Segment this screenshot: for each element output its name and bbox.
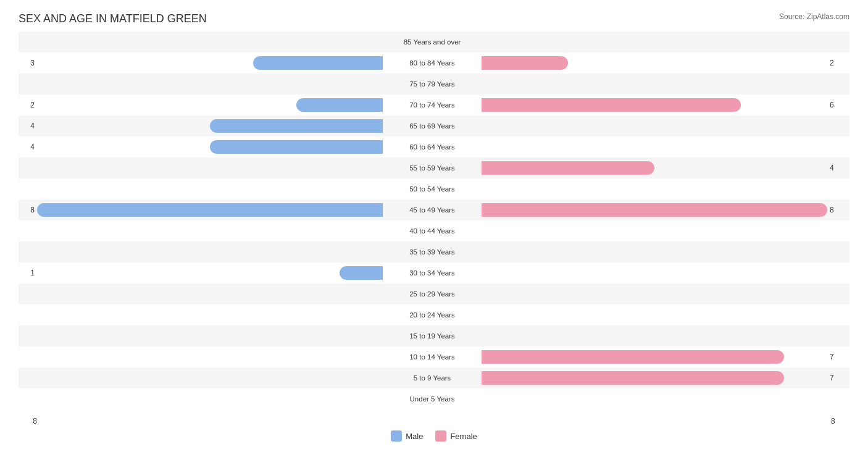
- age-label: 40 to 44 Years: [383, 227, 482, 235]
- right-bar-container: [482, 161, 827, 175]
- right-bar-container: [482, 203, 827, 217]
- table-row: 25 to 29 Years: [19, 283, 849, 304]
- chart-container: SEX AND AGE IN MATFIELD GREEN Source: Zi…: [0, 0, 868, 457]
- legend-male-box: [391, 430, 402, 442]
- right-bar-container: [482, 371, 827, 385]
- axis-right-label: 8: [831, 417, 849, 426]
- female-bar: [482, 371, 784, 385]
- left-bar-container: [37, 266, 383, 280]
- male-value: 2: [19, 101, 37, 109]
- age-label: 30 to 34 Years: [383, 269, 482, 277]
- left-bar-container: [37, 203, 383, 217]
- age-label: 60 to 64 Years: [383, 143, 482, 151]
- right-bar-container: [482, 329, 827, 343]
- table-row: 4 60 to 64 Years: [19, 136, 849, 157]
- male-bar: [37, 203, 383, 217]
- legend-female-label: Female: [450, 432, 477, 441]
- right-bar-container: [482, 35, 827, 49]
- female-bar: [482, 203, 827, 217]
- chart-area: 85 Years and over 3 80 to 84 Years 2 75 …: [19, 31, 849, 414]
- left-bar-container: [37, 35, 383, 49]
- female-value: 2: [827, 59, 846, 67]
- right-bar-container: [482, 140, 827, 154]
- table-row: 4 65 to 69 Years: [19, 115, 849, 136]
- male-value: 4: [19, 143, 37, 151]
- male-value: 4: [19, 122, 37, 130]
- right-bar-container: [482, 56, 827, 70]
- left-bar-container: [37, 140, 383, 154]
- female-value: 7: [827, 353, 846, 361]
- chart-title: SEX AND AGE IN MATFIELD GREEN: [19, 12, 849, 25]
- left-bar-container: [37, 161, 383, 175]
- axis-left-label: 8: [19, 417, 37, 426]
- table-row: 8 45 to 49 Years 8: [19, 199, 849, 220]
- right-bar-container: [482, 77, 827, 91]
- left-bar-container: [37, 98, 383, 112]
- table-row: 15 to 19 Years: [19, 325, 849, 346]
- table-row: 1 30 to 34 Years: [19, 262, 849, 283]
- right-bar-container: [482, 182, 827, 196]
- female-value: 7: [827, 374, 846, 382]
- table-row: 35 to 39 Years: [19, 241, 849, 262]
- left-bar-container: [37, 371, 383, 385]
- left-bar-container: [37, 308, 383, 322]
- male-bar: [210, 119, 383, 133]
- right-bar-container: [482, 308, 827, 322]
- male-bar: [210, 140, 383, 154]
- right-bar-container: [482, 287, 827, 301]
- legend: Male Female: [19, 430, 849, 442]
- age-label: 10 to 14 Years: [383, 353, 482, 361]
- female-bar: [482, 56, 568, 70]
- age-label: 5 to 9 Years: [383, 374, 482, 382]
- age-label: Under 5 Years: [383, 395, 482, 403]
- table-row: 85 Years and over: [19, 31, 849, 52]
- female-bar: [482, 161, 654, 175]
- age-label: 55 to 59 Years: [383, 164, 482, 172]
- age-label: 85 Years and over: [383, 38, 482, 46]
- table-row: 75 to 79 Years: [19, 73, 849, 94]
- age-label: 35 to 39 Years: [383, 248, 482, 256]
- table-row: Under 5 Years: [19, 388, 849, 409]
- right-bar-container: [482, 350, 827, 364]
- male-bar: [296, 98, 383, 112]
- legend-male: Male: [391, 430, 423, 442]
- left-bar-container: [37, 350, 383, 364]
- chart-source: Source: ZipAtlas.com: [779, 12, 849, 21]
- female-bar: [482, 98, 741, 112]
- legend-male-label: Male: [406, 432, 423, 441]
- right-bar-container: [482, 224, 827, 238]
- table-row: 40 to 44 Years: [19, 220, 849, 241]
- age-label: 80 to 84 Years: [383, 59, 482, 67]
- legend-female: Female: [435, 430, 477, 442]
- female-bar: [482, 350, 784, 364]
- female-value: 4: [827, 164, 846, 172]
- right-bar-container: [482, 266, 827, 280]
- legend-female-box: [435, 430, 446, 442]
- left-bar-container: [37, 392, 383, 406]
- right-bar-container: [482, 392, 827, 406]
- table-row: 10 to 14 Years 7: [19, 346, 849, 367]
- age-label: 65 to 69 Years: [383, 122, 482, 130]
- age-label: 50 to 54 Years: [383, 185, 482, 193]
- male-value: 3: [19, 59, 37, 67]
- male-bar: [253, 56, 383, 70]
- left-bar-container: [37, 224, 383, 238]
- left-bar-container: [37, 119, 383, 133]
- right-bar-container: [482, 245, 827, 259]
- left-bar-container: [37, 329, 383, 343]
- table-row: 55 to 59 Years 4: [19, 157, 849, 178]
- table-row: 2 70 to 74 Years 6: [19, 94, 849, 115]
- table-row: 5 to 9 Years 7: [19, 367, 849, 388]
- age-label: 70 to 74 Years: [383, 101, 482, 109]
- bottom-axis: 8 8: [19, 417, 849, 426]
- age-label: 15 to 19 Years: [383, 332, 482, 340]
- male-bar: [340, 266, 383, 280]
- age-label: 45 to 49 Years: [383, 206, 482, 214]
- male-value: 8: [19, 206, 37, 214]
- right-bar-container: [482, 98, 827, 112]
- left-bar-container: [37, 245, 383, 259]
- female-value: 6: [827, 101, 846, 109]
- age-label: 20 to 24 Years: [383, 311, 482, 319]
- right-bar-container: [482, 119, 827, 133]
- left-bar-container: [37, 56, 383, 70]
